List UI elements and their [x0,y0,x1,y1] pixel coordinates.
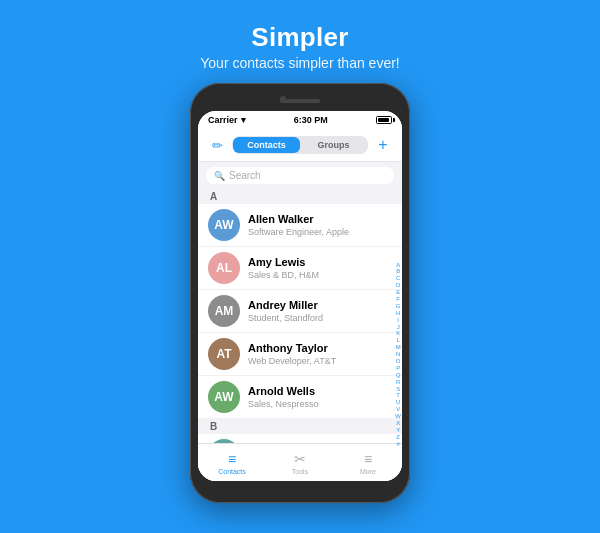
tab-contacts[interactable]: Contacts [233,137,300,153]
tab-more[interactable]: ≡ More [334,448,402,477]
carrier-label: Carrier [208,115,238,125]
alpha-letter[interactable]: K [396,330,400,337]
contacts-tab-label: Contacts [218,468,246,475]
tab-tools[interactable]: ✂ Tools [266,448,334,477]
alpha-letter[interactable]: X [396,420,400,427]
contact-name: Anthony Taylor [248,341,392,355]
contact-name: Arnold Wells [248,384,392,398]
phone-shell: Carrier ▾ 6:30 PM ✏ Contacts Groups + 🔍 … [190,83,410,503]
nav-tabs: Contacts Groups [232,136,368,154]
contacts-tab-icon: ≡ [228,451,236,467]
contact-sub: Sales, Nespresso [248,399,392,410]
tab-bar: ≡ Contacts ✂ Tools ≡ More [198,443,402,481]
alpha-letter[interactable]: R [396,379,400,386]
contact-sub: Web Developer, AT&T [248,356,392,367]
add-contact-button[interactable]: + [372,134,394,156]
contact-item[interactable]: AM Andrey Miller Student, Standford [198,290,402,333]
alpha-letter[interactable]: Q [396,372,401,379]
wifi-icon: ▾ [241,115,246,125]
section-header-a: A [198,189,402,204]
search-input[interactable]: 🔍 Search [206,167,394,184]
avatar: AT [208,338,240,370]
alpha-letter[interactable]: L [396,337,399,344]
contact-item[interactable]: AW Arnold Wells Sales, Nespresso [198,376,402,419]
phone-screen: Carrier ▾ 6:30 PM ✏ Contacts Groups + 🔍 … [198,111,402,481]
avatar: AL [208,252,240,284]
header-section: Simpler Your contacts simpler than ever! [200,0,399,83]
search-icon: 🔍 [214,171,225,181]
alpha-letter[interactable]: N [396,351,400,358]
avatar: AW [208,209,240,241]
contact-sub: Sales & BD, H&M [248,270,392,281]
edit-icon[interactable]: ✏ [206,134,228,156]
search-placeholder: Search [229,170,261,181]
contact-sub: Student, Standford [248,313,392,324]
alpha-letter[interactable]: # [396,441,399,448]
more-tab-icon: ≡ [364,451,372,467]
phone-top-bar [198,93,402,109]
avatar: AW [208,381,240,413]
contact-sub: Software Engineer, Apple [248,227,392,238]
tab-contacts[interactable]: ≡ Contacts [198,448,266,477]
alpha-letter[interactable]: O [396,358,401,365]
alphabet-index[interactable]: ABCDEFGHIJKLMNOPQRSTUVWXYZ# [395,261,401,447]
alpha-letter[interactable]: P [396,365,400,372]
alpha-letter[interactable]: F [396,296,400,303]
contact-name: Allen Walker [248,212,392,226]
contact-item[interactable]: AL Amy Lewis Sales & BD, H&M [198,247,402,290]
alpha-letter[interactable]: U [396,399,400,406]
alpha-letter[interactable]: Z [396,434,400,441]
tools-tab-icon: ✂ [294,451,306,467]
battery-icon [376,116,392,124]
alpha-letter[interactable]: T [396,392,400,399]
alpha-letter[interactable]: J [397,323,400,330]
tab-groups[interactable]: Groups [300,137,367,153]
time-label: 6:30 PM [294,115,328,125]
alpha-letter[interactable]: W [395,413,401,420]
contact-name: Andrey Miller [248,298,392,312]
alpha-letter[interactable]: Y [396,427,400,434]
alpha-letter[interactable]: A [396,261,400,268]
alpha-letter[interactable]: M [396,344,401,351]
avatar: AM [208,295,240,327]
alpha-letter[interactable]: H [396,310,400,317]
alpha-letter[interactable]: D [396,282,400,289]
section-header-b: B [198,419,402,434]
alpha-letter[interactable]: B [396,268,400,275]
more-tab-label: More [360,468,376,475]
contacts-list: A AW Allen Walker Software Engineer, App… [198,189,402,481]
alpha-letter[interactable]: V [396,406,400,413]
alpha-letter[interactable]: G [396,303,401,310]
app-subtitle: Your contacts simpler than ever! [200,55,399,71]
nav-bar: ✏ Contacts Groups + [198,129,402,162]
alpha-letter[interactable]: E [396,289,400,296]
tools-tab-label: Tools [292,468,308,475]
alpha-letter[interactable]: C [396,275,400,282]
alpha-letter[interactable]: S [396,386,400,393]
alpha-letter[interactable]: I [397,317,399,324]
app-title: Simpler [200,22,399,53]
search-bar: 🔍 Search [198,162,402,189]
contact-item[interactable]: AT Anthony Taylor Web Developer, AT&T [198,333,402,376]
contact-name: Amy Lewis [248,255,392,269]
status-bar: Carrier ▾ 6:30 PM [198,111,402,129]
speaker-grille [280,99,320,103]
contact-item[interactable]: AW Allen Walker Software Engineer, Apple [198,204,402,247]
